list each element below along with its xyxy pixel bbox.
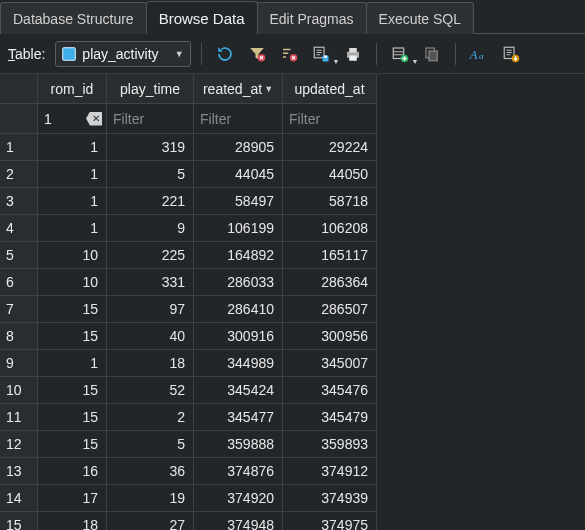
cell[interactable]: 164892	[194, 242, 283, 269]
cell[interactable]: 1	[38, 215, 107, 242]
cell[interactable]: 28905	[194, 134, 283, 161]
cell[interactable]: 286410	[194, 296, 283, 323]
cell[interactable]: 345424	[194, 377, 283, 404]
cell[interactable]: 345476	[283, 377, 377, 404]
filter-play_time	[107, 104, 194, 134]
column-header-reated_at[interactable]: reated_at	[194, 74, 283, 104]
cell[interactable]: 44045	[194, 161, 283, 188]
row-header[interactable]: 7	[0, 296, 38, 323]
cell[interactable]: 374939	[283, 485, 377, 512]
add-record-button[interactable]	[387, 41, 413, 67]
cell[interactable]: 15	[38, 296, 107, 323]
cell[interactable]: 1	[38, 350, 107, 377]
funnel-clear-icon	[248, 45, 266, 63]
svg-rect-9	[429, 51, 437, 61]
cell[interactable]: 225	[107, 242, 194, 269]
row-header[interactable]: 13	[0, 458, 38, 485]
cell[interactable]: 97	[107, 296, 194, 323]
cell[interactable]: 344989	[194, 350, 283, 377]
cell[interactable]: 15	[38, 323, 107, 350]
cell[interactable]: 345477	[194, 404, 283, 431]
cell[interactable]: 58497	[194, 188, 283, 215]
row-header[interactable]: 5	[0, 242, 38, 269]
refresh-button[interactable]	[212, 41, 238, 67]
cell[interactable]: 5	[107, 161, 194, 188]
cell[interactable]: 374912	[283, 458, 377, 485]
cell[interactable]: 1	[38, 134, 107, 161]
filter-input-updated_at[interactable]	[283, 104, 376, 133]
cell[interactable]: 40	[107, 323, 194, 350]
column-header-updated_at[interactable]: updated_at	[283, 74, 377, 104]
cell[interactable]: 15	[38, 431, 107, 458]
row-header[interactable]: 3	[0, 188, 38, 215]
print-button[interactable]	[340, 41, 366, 67]
cell[interactable]: 359893	[283, 431, 377, 458]
cell[interactable]: 374920	[194, 485, 283, 512]
cell[interactable]: 18	[107, 350, 194, 377]
cell[interactable]: 18	[38, 512, 107, 530]
cell[interactable]: 331	[107, 269, 194, 296]
cell[interactable]: 345479	[283, 404, 377, 431]
cell[interactable]: 106208	[283, 215, 377, 242]
cell[interactable]: 374975	[283, 512, 377, 530]
tab-edit-pragmas[interactable]: Edit Pragmas	[257, 2, 367, 34]
table-label: Table:	[8, 46, 45, 62]
cell[interactable]: 374948	[194, 512, 283, 530]
column-header-play_time[interactable]: play_time	[107, 74, 194, 104]
cell[interactable]: 374876	[194, 458, 283, 485]
row-header[interactable]: 12	[0, 431, 38, 458]
tab-browse-data[interactable]: Browse Data	[146, 1, 258, 34]
tab-database-structure[interactable]: Database Structure	[0, 2, 147, 34]
cell[interactable]: 165117	[283, 242, 377, 269]
row-header[interactable]: 8	[0, 323, 38, 350]
cell[interactable]: 19	[107, 485, 194, 512]
row-header[interactable]: 15	[0, 512, 38, 530]
duplicate-record-button[interactable]	[419, 41, 445, 67]
cell[interactable]: 15	[38, 404, 107, 431]
cell[interactable]: 17	[38, 485, 107, 512]
cell[interactable]: 2	[107, 404, 194, 431]
save-filter-button[interactable]	[308, 41, 334, 67]
cell[interactable]: 44050	[283, 161, 377, 188]
cell[interactable]: 1	[38, 188, 107, 215]
tab-execute-sql[interactable]: Execute SQL	[366, 2, 475, 34]
clear-sort-button[interactable]	[276, 41, 302, 67]
row-header[interactable]: 11	[0, 404, 38, 431]
cell[interactable]: 10	[38, 269, 107, 296]
cell[interactable]: 221	[107, 188, 194, 215]
cell[interactable]: 300916	[194, 323, 283, 350]
row-header[interactable]: 6	[0, 269, 38, 296]
row-header[interactable]: 4	[0, 215, 38, 242]
column-header-rom_id[interactable]: rom_id	[38, 74, 107, 104]
row-header[interactable]: 2	[0, 161, 38, 188]
row-header[interactable]: 1	[0, 134, 38, 161]
cell[interactable]: 319	[107, 134, 194, 161]
cell[interactable]: 58718	[283, 188, 377, 215]
filter-input-reated_at[interactable]	[194, 104, 282, 133]
cell[interactable]: 36	[107, 458, 194, 485]
cell[interactable]: 345007	[283, 350, 377, 377]
cell[interactable]: 9	[107, 215, 194, 242]
cell[interactable]: 359888	[194, 431, 283, 458]
row-header[interactable]: 10	[0, 377, 38, 404]
cell[interactable]: 5	[107, 431, 194, 458]
export-button[interactable]	[498, 41, 524, 67]
cell[interactable]: 286033	[194, 269, 283, 296]
font-button[interactable]: A a	[466, 41, 492, 67]
filter-input-play_time[interactable]	[107, 104, 193, 133]
cell[interactable]: 106199	[194, 215, 283, 242]
table-select-combo[interactable]: play_activity ▼	[55, 41, 190, 67]
row-header[interactable]: 9	[0, 350, 38, 377]
cell[interactable]: 286364	[283, 269, 377, 296]
cell[interactable]: 27	[107, 512, 194, 530]
row-header[interactable]: 14	[0, 485, 38, 512]
cell[interactable]: 286507	[283, 296, 377, 323]
cell[interactable]: 10	[38, 242, 107, 269]
cell[interactable]: 52	[107, 377, 194, 404]
cell[interactable]: 1	[38, 161, 107, 188]
cell[interactable]: 16	[38, 458, 107, 485]
clear-filters-button[interactable]	[244, 41, 270, 67]
cell[interactable]: 29224	[283, 134, 377, 161]
cell[interactable]: 15	[38, 377, 107, 404]
cell[interactable]: 300956	[283, 323, 377, 350]
